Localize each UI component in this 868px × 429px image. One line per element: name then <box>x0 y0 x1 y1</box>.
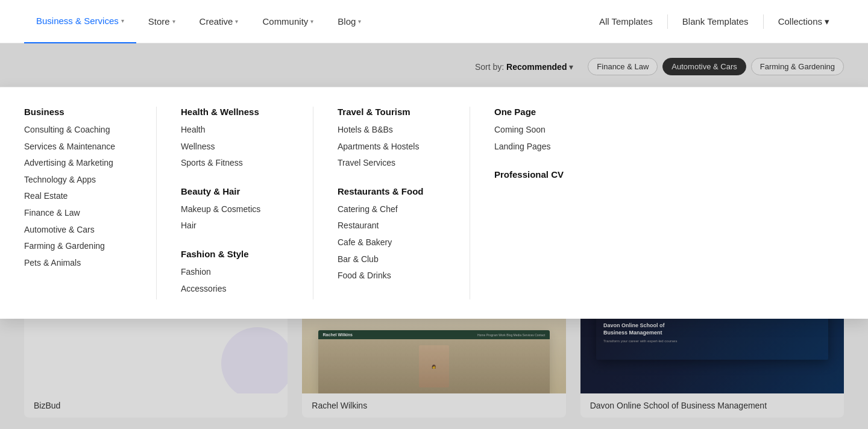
dropdown-link-catering-chef[interactable]: Catering & Chef <box>338 204 445 216</box>
nav-label-business-services: Business & Services <box>36 16 119 26</box>
dropdown-section-travel-tourism: Travel & Tourism Hotels & B&Bs Apartment… <box>338 107 445 169</box>
dropdown-section-one-page: One Page Coming Soon Landing Pages <box>494 107 627 152</box>
dropdown-link-pets-animals[interactable]: Pets & Animals <box>24 257 132 269</box>
nav-left: Business & Services ▾ Store ▾ Creative ▾… <box>24 0 585 43</box>
nav-item-blog[interactable]: Blog ▾ <box>326 0 373 43</box>
nav-item-business-services[interactable]: Business & Services ▾ <box>24 0 136 43</box>
dropdown-link-apartments-hostels[interactable]: Apartments & Hostels <box>338 141 445 153</box>
dropdown-link-food-drinks[interactable]: Food & Drinks <box>338 270 445 282</box>
dropdown-section-health-wellness: Health & Wellness Health Wellness Sports… <box>181 107 289 169</box>
all-templates-label: All Templates <box>599 16 653 27</box>
dropdown-link-advertising-marketing[interactable]: Advertising & Marketing <box>24 157 132 169</box>
nav-label-community: Community <box>262 16 308 27</box>
dropdown-link-hotels-bnbs[interactable]: Hotels & B&Bs <box>338 124 445 136</box>
dropdown-link-coming-soon[interactable]: Coming Soon <box>494 124 627 136</box>
dropdown-link-real-estate[interactable]: Real Estate <box>24 190 132 202</box>
top-navigation: Business & Services ▾ Store ▾ Creative ▾… <box>0 0 868 43</box>
nav-item-creative[interactable]: Creative ▾ <box>187 0 251 43</box>
dropdown-link-services-maintenance[interactable]: Services & Maintenance <box>24 141 132 153</box>
dropdown-link-farming-gardening[interactable]: Farming & Gardening <box>24 240 132 252</box>
chevron-down-icon: ▾ <box>172 18 175 25</box>
dropdown-col-travel-restaurants: Travel & Tourism Hotels & B&Bs Apartment… <box>338 107 470 299</box>
dropdown-heading-travel-tourism: Travel & Tourism <box>338 107 445 117</box>
dropdown-link-bar-club[interactable]: Bar & Club <box>338 254 445 266</box>
dropdown-col-health-beauty-fashion: Health & Wellness Health Wellness Sports… <box>181 107 313 299</box>
nav-label-creative: Creative <box>200 16 233 27</box>
dropdown-section-restaurants-food: Restaurants & Food Catering & Chef Resta… <box>338 186 445 282</box>
dropdown-section-professional-cv: Professional CV <box>494 169 627 180</box>
dropdown-link-hair[interactable]: Hair <box>181 220 289 232</box>
dropdown-heading-one-page: One Page <box>494 107 627 117</box>
dropdown-link-landing-pages[interactable]: Landing Pages <box>494 141 627 153</box>
chevron-down-icon: ▾ <box>235 18 238 25</box>
dropdown-heading-restaurants-food: Restaurants & Food <box>338 186 445 196</box>
dropdown-link-makeup-cosmetics[interactable]: Makeup & Cosmetics <box>181 204 289 216</box>
dropdown-link-health[interactable]: Health <box>181 124 289 136</box>
dropdown-heading-professional-cv: Professional CV <box>494 169 627 180</box>
dropdown-section-beauty-hair: Beauty & Hair Makeup & Cosmetics Hair <box>181 186 289 232</box>
nav-collections[interactable]: Collections ▾ <box>764 16 844 27</box>
dropdown-link-travel-services[interactable]: Travel Services <box>338 157 445 169</box>
nav-label-blog: Blog <box>338 16 356 27</box>
nav-item-store[interactable]: Store ▾ <box>136 0 187 43</box>
nav-label-store: Store <box>148 16 170 27</box>
dropdown-link-cafe-bakery[interactable]: Cafe & Bakery <box>338 237 445 249</box>
dropdown-link-consulting-coaching[interactable]: Consulting & Coaching <box>24 124 132 136</box>
dropdown-link-finance-law[interactable]: Finance & Law <box>24 207 132 219</box>
dropdown-section-business: Business Consulting & Coaching Services … <box>24 107 132 269</box>
nav-blank-templates[interactable]: Blank Templates <box>668 16 763 27</box>
blank-templates-label: Blank Templates <box>682 16 749 27</box>
dropdown-link-restaurant[interactable]: Restaurant <box>338 220 445 232</box>
dropdown-link-sports-fitness[interactable]: Sports & Fitness <box>181 157 289 169</box>
dropdown-heading-fashion-style: Fashion & Style <box>181 249 289 259</box>
chevron-down-icon: ▾ <box>825 16 829 27</box>
nav-right: All Templates Blank Templates Collection… <box>585 14 844 29</box>
dropdown-overlay: Business Consulting & Coaching Services … <box>0 87 868 319</box>
chevron-down-icon: ▾ <box>121 17 124 24</box>
dropdown-col-business: Business Consulting & Coaching Services … <box>24 107 157 299</box>
collections-label: Collections <box>778 16 822 27</box>
dropdown-heading-business: Business <box>24 107 132 117</box>
dropdown-link-automotive-cars[interactable]: Automotive & Cars <box>24 224 132 236</box>
dropdown-link-technology-apps[interactable]: Technology & Apps <box>24 174 132 186</box>
dropdown-section-fashion-style: Fashion & Style Fashion Accessories <box>181 249 289 295</box>
dropdown-link-fashion[interactable]: Fashion <box>181 266 289 278</box>
chevron-down-icon: ▾ <box>310 18 313 25</box>
dropdown-link-accessories[interactable]: Accessories <box>181 283 289 295</box>
dropdown-heading-beauty-hair: Beauty & Hair <box>181 186 289 196</box>
nav-all-templates[interactable]: All Templates <box>585 16 667 27</box>
chevron-down-icon: ▾ <box>358 18 361 25</box>
nav-item-community[interactable]: Community ▾ <box>250 0 326 43</box>
dropdown-heading-health-wellness: Health & Wellness <box>181 107 289 117</box>
dropdown-link-wellness[interactable]: Wellness <box>181 141 289 153</box>
dropdown-col-onepage-cv: One Page Coming Soon Landing Pages Profe… <box>494 107 627 299</box>
